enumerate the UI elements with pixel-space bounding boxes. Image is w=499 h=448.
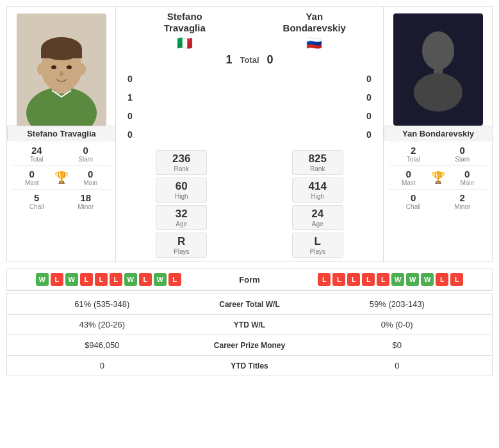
svg-point-9 xyxy=(37,63,45,75)
left-stats-row-1: 24 Total 0 Slam xyxy=(12,142,110,165)
form-badge: L xyxy=(51,273,63,286)
right-minor-stat: 2 Minor xyxy=(438,190,487,213)
stat-row: 61% (535-348) Career Total W/L 59% (203-… xyxy=(7,294,492,315)
form-row: WLWLLLWLWL Form LLLLLWWWLL xyxy=(7,269,492,290)
header-row: Stefano Travaglia 🇮🇹 Yan Bondarevskiy 🇷🇺 xyxy=(120,11,379,51)
form-badge: L xyxy=(332,273,345,286)
left-player-photo xyxy=(17,13,106,126)
stat-center-label: Career Total W/L xyxy=(192,300,307,309)
stat-row: $946,050 Career Prize Money $0 xyxy=(7,335,492,356)
stat-right-value: 0% (0-0) xyxy=(307,320,487,329)
left-player-name: Stefano Travaglia xyxy=(7,126,116,140)
left-high-box: 60 High xyxy=(156,178,207,203)
right-high-box: 414 High xyxy=(292,178,343,203)
right-trophy-icon: 🏆 xyxy=(429,166,448,189)
comparison-grid: Stefano Travaglia 24 Total 0 Slam 0 xyxy=(6,6,493,262)
left-age-box: 32 Age xyxy=(156,205,207,230)
left-player-stats: 24 Total 0 Slam 0 Mast 🏆 0 xyxy=(7,140,115,218)
svg-point-13 xyxy=(414,73,462,112)
left-chall-stat: 5 Chall xyxy=(12,190,61,213)
stat-row: 43% (20-26) YTD W/L 0% (0-0) xyxy=(7,315,492,335)
form-badge: L xyxy=(436,273,448,286)
form-badge: L xyxy=(110,273,122,286)
svg-point-8 xyxy=(60,71,63,76)
right-wl-badges: LLLLLWWWLL xyxy=(295,273,487,286)
left-player-photo-area xyxy=(7,7,115,126)
left-stats-row-3: 5 Chall 18 Minor xyxy=(12,189,110,213)
right-main-stat: 0 Main xyxy=(448,166,487,189)
right-form-badges: LLLLLWWWLL xyxy=(295,273,487,286)
right-plays-box: L Plays xyxy=(292,233,343,258)
left-name-header: Stefano Travaglia 🇮🇹 xyxy=(120,11,250,51)
stat-right-value: 0 xyxy=(307,361,487,370)
left-flag: 🇮🇹 xyxy=(120,35,250,51)
right-player-photo xyxy=(393,13,483,126)
hard-row: 0 Hard 0 xyxy=(122,71,377,87)
right-player-name: Yan Bondarevskiy xyxy=(384,126,493,140)
form-badge: L xyxy=(450,273,463,286)
stats-section: 61% (535-348) Career Total W/L 59% (203-… xyxy=(6,294,493,376)
form-badge: L xyxy=(168,273,181,286)
middle-column: Stefano Travaglia 🇮🇹 Yan Bondarevskiy 🇷🇺… xyxy=(116,7,383,261)
stat-left-value: 43% (20-26) xyxy=(12,320,192,329)
right-total-stat: 2 Total xyxy=(389,142,438,165)
form-badge: L xyxy=(347,273,360,286)
form-section: WLWLLLWLWL Form LLLLLWWWLL xyxy=(6,269,493,291)
hard-button[interactable]: Hard xyxy=(140,71,359,87)
left-total-stat: 24 Total xyxy=(12,142,61,165)
left-player-column: Stefano Travaglia 24 Total 0 Slam 0 xyxy=(7,7,116,261)
stat-right-value: $0 xyxy=(307,340,487,350)
stat-center-label: YTD W/L xyxy=(192,320,307,329)
right-player-stats: 2 Total 0 Slam 0 Mast 🏆 0 xyxy=(384,140,492,218)
form-badge: W xyxy=(36,273,49,286)
grass-row: 0 Grass 0 xyxy=(122,126,377,142)
surface-section: 0 Hard 0 1 Clay 0 0 Indoor 0 0 Grass xyxy=(120,71,379,145)
left-slam-stat: 0 Slam xyxy=(61,142,111,165)
grass-button[interactable]: Grass xyxy=(140,126,359,142)
stat-right-value: 59% (203-143) xyxy=(307,299,487,309)
svg-point-11 xyxy=(422,31,454,70)
form-badge: L xyxy=(95,273,108,286)
stat-row: 0 YTD Titles 0 xyxy=(7,356,492,376)
main-container: Stefano Travaglia 24 Total 0 Slam 0 xyxy=(0,0,499,385)
clay-row: 1 Clay 0 xyxy=(122,89,377,105)
left-mid-stats: 236 Rank 60 High 32 Age R Plays xyxy=(156,150,207,258)
form-badge: L xyxy=(377,273,389,286)
mid-player-comparison-stats: 236 Rank 60 High 32 Age R Plays xyxy=(120,150,379,258)
total-score-row: 1 Total 0 xyxy=(120,53,379,67)
right-name-header: Yan Bondarevskiy 🇷🇺 xyxy=(250,11,380,51)
left-main-stat: 0 Main xyxy=(71,166,111,189)
right-mid-stats: 825 Rank 414 High 24 Age L Plays xyxy=(292,150,343,258)
form-badge: L xyxy=(139,273,152,286)
svg-rect-5 xyxy=(41,49,82,58)
form-badge: W xyxy=(65,273,78,286)
right-slam-stat: 0 Slam xyxy=(438,142,487,165)
indoor-button[interactable]: Indoor xyxy=(140,108,359,124)
left-minor-stat: 18 Minor xyxy=(61,190,111,213)
stat-left-value: 61% (535-348) xyxy=(12,299,192,309)
right-rank-box: 825 Rank xyxy=(292,150,343,175)
right-stats-row-2: 0 Mast 🏆 0 Main xyxy=(389,165,487,189)
right-chall-stat: 0 Chall xyxy=(389,190,438,213)
form-badge: L xyxy=(362,273,375,286)
stat-center-label: Career Prize Money xyxy=(192,341,307,350)
right-player-photo-area xyxy=(384,7,492,126)
left-trophy-icon: 🏆 xyxy=(52,166,71,189)
left-mast-stat: 0 Mast xyxy=(12,166,52,189)
right-stats-row-1: 2 Total 0 Slam xyxy=(389,142,487,165)
form-badge: W xyxy=(124,273,137,286)
stat-left-value: 0 xyxy=(12,361,192,370)
svg-point-10 xyxy=(78,63,86,75)
stat-left-value: $946,050 xyxy=(12,340,192,350)
stat-center-label: YTD Titles xyxy=(192,361,307,370)
left-wl-badges: WLWLLLWLWL xyxy=(12,273,205,286)
form-badge: W xyxy=(406,273,419,286)
form-badge: L xyxy=(80,273,93,286)
right-stats-row-3: 0 Chall 2 Minor xyxy=(389,189,487,213)
clay-button[interactable]: Clay xyxy=(140,89,359,105)
form-badge: L xyxy=(318,273,331,286)
svg-point-7 xyxy=(67,65,72,69)
right-player-column: Yan Bondarevskiy 2 Total 0 Slam 0 xyxy=(383,7,492,261)
form-badge: W xyxy=(421,273,434,286)
left-form-badges: WLWLLLWLWL xyxy=(12,273,205,286)
